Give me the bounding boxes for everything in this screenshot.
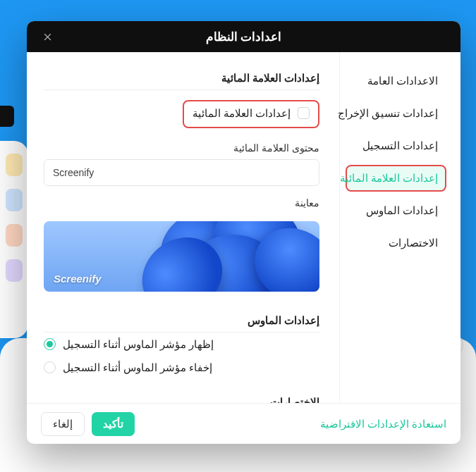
- settings-modal: اعدادات النظام الاعدادات العامة إعدادات …: [27, 21, 460, 444]
- shortcuts-section-title: الاختصارات: [44, 389, 319, 403]
- cancel-button[interactable]: إلغاء: [41, 412, 85, 436]
- background-card: [0, 141, 28, 338]
- close-icon: [42, 32, 53, 42]
- watermark-preview: Screenify: [44, 221, 319, 292]
- sidebar-item-recording[interactable]: إعدادات التسجيل: [346, 132, 446, 159]
- watermark-enable-checkbox[interactable]: إعدادات العلامة المائية: [193, 107, 310, 119]
- radio-checked-icon: [44, 338, 56, 350]
- watermark-preview-label: معاينة: [44, 186, 319, 214]
- confirm-button[interactable]: تأكيد: [92, 412, 135, 436]
- sidebar-item-watermark[interactable]: إعدادات العلامة المائية: [346, 165, 446, 192]
- watermark-enable-highlight: إعدادات العلامة المائية: [183, 100, 319, 128]
- mouse-hide-radio[interactable]: إخفاء مؤشر الماوس أثناء التسجيل: [44, 356, 319, 379]
- watermark-content-input[interactable]: [44, 159, 319, 186]
- restore-defaults-link[interactable]: استعادة الإعدادات الافتراضية: [320, 418, 446, 430]
- modal-titlebar: اعدادات النظام: [27, 21, 460, 52]
- mouse-hide-label: إخفاء مؤشر الماوس أثناء التسجيل: [63, 362, 212, 373]
- sidebar-item-shortcuts[interactable]: الاختصارات: [346, 230, 446, 256]
- sidebar-item-output-format[interactable]: إعدادات تنسيق الإخراج: [346, 100, 446, 127]
- preview-wallpaper: [118, 221, 319, 292]
- watermark-enable-label: إعدادات العلامة المائية: [193, 108, 291, 119]
- mouse-show-radio[interactable]: إظهار مؤشر الماوس أثناء التسجيل: [44, 333, 319, 356]
- watermark-content-label: محتوى العلامة المائية: [44, 131, 319, 159]
- watermark-preview-text: Screenify: [54, 273, 102, 285]
- sidebar-nav: الاعدادات العامة إعدادات تنسيق الإخراج إ…: [339, 52, 460, 403]
- close-button[interactable]: [37, 21, 58, 52]
- settings-content[interactable]: إعدادات العلامة المائية إعدادات العلامة …: [27, 52, 339, 403]
- sidebar-item-general[interactable]: الاعدادات العامة: [346, 68, 446, 94]
- modal-footer: استعادة الإعدادات الافتراضية تأكيد إلغاء: [27, 403, 460, 444]
- modal-title: اعدادات النظام: [206, 30, 282, 44]
- mouse-show-label: إظهار مؤشر الماوس أثناء التسجيل: [63, 339, 214, 350]
- sidebar-item-mouse[interactable]: إعدادات الماوس: [346, 197, 446, 224]
- watermark-section-title: إعدادات العلامة المائية: [44, 65, 319, 90]
- radio-unchecked-icon: [44, 361, 56, 373]
- mouse-section-title: إعدادات الماوس: [44, 307, 319, 333]
- checkbox-icon: [298, 107, 310, 119]
